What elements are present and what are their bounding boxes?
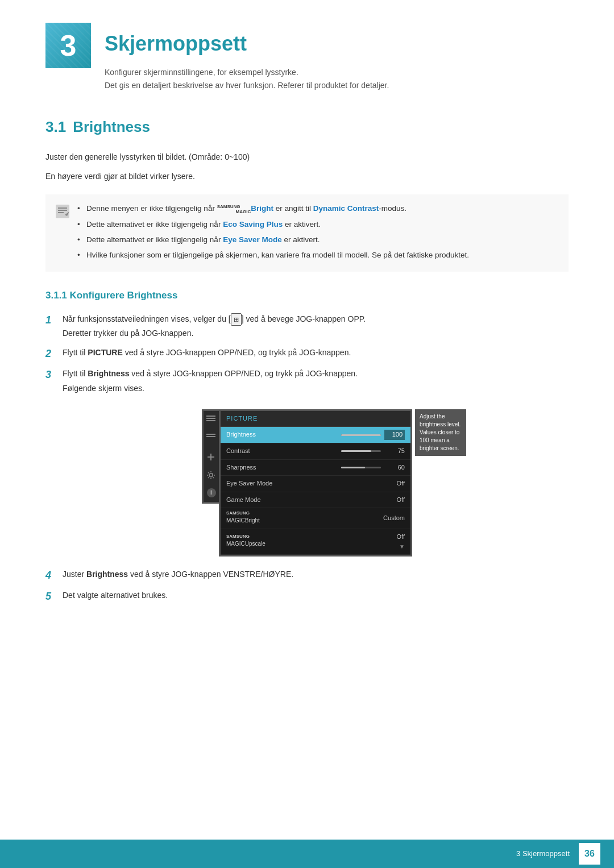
menu-value-brightness: 100 bbox=[384, 430, 405, 440]
bar-track-brightness bbox=[341, 434, 381, 436]
monitor-relative: PICTURE Brightness 100 bbox=[219, 409, 412, 556]
steps-list-cont: 4 Juster Brightness ved å styre JOG-knap… bbox=[45, 568, 569, 604]
step-number-3: 3 bbox=[45, 367, 57, 383]
footer-page-number: 36 bbox=[579, 843, 600, 865]
note-icon bbox=[55, 203, 70, 219]
menu-item-sharpness: Sharpness 60 bbox=[221, 460, 410, 476]
sidebar-icon-info: i bbox=[207, 488, 216, 497]
sidebar-icon-lines2 bbox=[206, 434, 217, 442]
menu-bar-brightness: 100 bbox=[341, 430, 405, 440]
menu-value-game-mode: Off bbox=[384, 495, 405, 505]
monitor-sidebar: i bbox=[202, 409, 219, 504]
bar-track-sharpness bbox=[341, 467, 381, 468]
menu-label-contrast: Contrast bbox=[226, 446, 250, 456]
step-content-3: Flytt til Brightness ved å styre JOG-kna… bbox=[63, 367, 569, 396]
chapter-header: 3 Skjermoppsett Konfigurer skjerminnstil… bbox=[45, 23, 569, 93]
step-number-5: 5 bbox=[45, 589, 57, 604]
menu-item-magic-upscale: SAMSUNG MAGICUpscale Off ▼ bbox=[221, 529, 410, 555]
chapter-title: Skjermoppsett bbox=[105, 27, 389, 60]
menu-item-contrast: Contrast 75 bbox=[221, 443, 410, 460]
menu-item-magic-bright: SAMSUNG MAGICBright Custom bbox=[221, 508, 410, 529]
note-item-3: Dette alternativet er ikke tilgjengelig … bbox=[77, 234, 559, 247]
step-number-4: 4 bbox=[45, 568, 57, 583]
sidebar-icon-gear bbox=[206, 470, 217, 478]
picture-menu-header: PICTURE bbox=[221, 411, 410, 427]
menu-label-game-mode: Game Mode bbox=[226, 495, 261, 505]
sidebar-icon-menu bbox=[206, 416, 217, 423]
chapter-title-block: Skjermoppsett Konfigurer skjerminnstilli… bbox=[105, 23, 389, 93]
menu-value-magic-upscale: Off bbox=[384, 532, 405, 542]
chapter-number-box: 3 bbox=[45, 23, 91, 68]
step-content-5: Det valgte alternativet brukes. bbox=[63, 589, 569, 603]
menu-value-magic-bright: Custom bbox=[383, 513, 405, 524]
bar-fill-brightness bbox=[341, 434, 381, 436]
section-title-text: Brightness bbox=[73, 118, 150, 135]
step-content-4: Juster Brightness ved å styre JOG-knappe… bbox=[63, 568, 569, 582]
step-number-2: 2 bbox=[45, 346, 57, 362]
page-footer: 3 Skjermoppsett 36 bbox=[0, 840, 614, 868]
menu-label-sharpness: Sharpness bbox=[226, 463, 256, 473]
step-1: 1 Når funksjonsstatveiledningen vises, v… bbox=[45, 313, 569, 341]
footer-content: 3 Skjermoppsett 36 bbox=[516, 843, 600, 865]
step2-picture: PICTURE bbox=[88, 348, 122, 357]
subsection-title-text: Konfigurere Brightness bbox=[70, 290, 178, 301]
chapter-desc1: Konfigurer skjerminnstillingene, for eks… bbox=[105, 66, 389, 80]
monitor-container: i PICTURE Brightness 100 bbox=[45, 409, 569, 556]
section-intro1: Juster den generelle lysstyrken til bild… bbox=[45, 151, 569, 164]
svg-rect-0 bbox=[56, 205, 69, 218]
menu-label-magic-upscale: SAMSUNG MAGICUpscale bbox=[226, 534, 265, 549]
menu-tooltip: Adjust the brightness level. Values clos… bbox=[415, 409, 466, 456]
bar-fill-sharpness bbox=[341, 467, 365, 468]
step-4: 4 Juster Brightness ved å styre JOG-knap… bbox=[45, 568, 569, 583]
step-content-1: Når funksjonsstatveiledningen vises, vel… bbox=[63, 313, 569, 341]
menu-value-sharpness: 60 bbox=[384, 463, 405, 473]
sidebar-icon-cross bbox=[206, 452, 217, 460]
subsection-number: 3.1.1 bbox=[45, 290, 67, 301]
step-5: 5 Det valgte alternativet brukes. bbox=[45, 589, 569, 604]
section-intro2: En høyere verdi gjør at bildet virker ly… bbox=[45, 170, 569, 184]
chapter-number: 3 bbox=[60, 31, 77, 60]
section-title: 3.1Brightness bbox=[45, 115, 569, 139]
menu-items: Brightness 100 Contrast bbox=[221, 427, 410, 554]
note-item-4: Hvilke funksjoner som er tilgjengelige p… bbox=[77, 249, 559, 262]
steps-list: 1 Når funksjonsstatveiledningen vises, v… bbox=[45, 313, 569, 396]
upscale-val-container: Off ▼ bbox=[384, 532, 405, 551]
note-item-1: Denne menyen er ikke tilgjengelig når SA… bbox=[77, 202, 559, 215]
section-number: 3.1 bbox=[45, 118, 66, 135]
menu-label-brightness: Brightness bbox=[226, 430, 256, 440]
kbd-icon-1: ⊞ bbox=[231, 313, 242, 326]
step-sub-1: Deretter trykker du på JOG-knappen. bbox=[63, 327, 569, 340]
menu-label-eye-saver: Eye Saver Mode bbox=[226, 479, 272, 489]
note-content: Denne menyen er ikke tilgjengelig når SA… bbox=[77, 202, 559, 264]
step4-brightness: Brightness bbox=[86, 570, 128, 579]
bar-fill-contrast bbox=[341, 450, 371, 452]
menu-value-contrast: 75 bbox=[384, 446, 405, 456]
monitor-screen: PICTURE Brightness 100 bbox=[219, 409, 412, 556]
svg-point-7 bbox=[209, 474, 213, 477]
step-2: 2 Flytt til PICTURE ved å styre JOG-knap… bbox=[45, 346, 569, 362]
step-sub-3: Følgende skjerm vises. bbox=[63, 382, 569, 396]
menu-value-eye-saver: Off bbox=[384, 479, 405, 489]
menu-item-brightness: Brightness 100 bbox=[221, 427, 410, 443]
note-list: Denne menyen er ikke tilgjengelig når SA… bbox=[77, 202, 559, 261]
bar-track-contrast bbox=[341, 450, 381, 452]
monitor-wrapper: i PICTURE Brightness 100 bbox=[202, 409, 412, 556]
step-3: 3 Flytt til Brightness ved å styre JOG-k… bbox=[45, 367, 569, 396]
step-content-2: Flytt til PICTURE ved å styre JOG-knappe… bbox=[63, 346, 569, 360]
chapter-desc2: Det gis en detaljert beskrivelse av hver… bbox=[105, 79, 389, 93]
subsection-title: 3.1.1 Konfigurere Brightness bbox=[45, 288, 569, 303]
footer-chapter-label: 3 Skjermoppsett bbox=[516, 848, 570, 860]
step-number-1: 1 bbox=[45, 313, 57, 328]
menu-label-magic-bright: SAMSUNG MAGICBright bbox=[226, 511, 260, 526]
menu-bar-sharpness: 60 bbox=[341, 463, 405, 473]
note-box: Denne menyen er ikke tilgjengelig når SA… bbox=[45, 194, 569, 272]
menu-item-eye-saver: Eye Saver Mode Off bbox=[221, 476, 410, 492]
step3-brightness: Brightness bbox=[88, 369, 129, 378]
menu-item-game-mode: Game Mode Off bbox=[221, 492, 410, 509]
down-arrow-indicator: ▼ bbox=[399, 542, 405, 551]
menu-bar-contrast: 75 bbox=[341, 446, 405, 456]
note-item-2: Dette alternativet er ikke tilgjengelig … bbox=[77, 218, 559, 231]
